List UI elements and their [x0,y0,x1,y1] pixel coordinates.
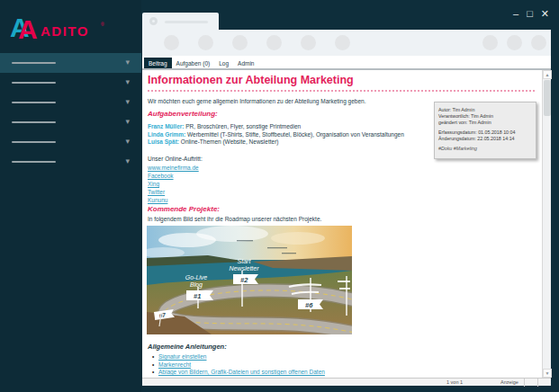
projekte-text: In folgendem Bild seht ihr die Roadmap u… [148,216,321,222]
list-item: Signatur einstellen [151,353,325,361]
record-tab[interactable] [142,13,219,30]
sign2-label-line1: Start [238,258,252,264]
adito-logo-icon: A A ADITO ® [10,12,109,44]
guide-links: Signatur einstellen Markenrecht Ablage v… [151,353,325,377]
toolbar-button-7[interactable] [482,35,498,50]
redacted-label-bar [12,102,56,103]
scrollbar-thumb[interactable] [544,80,551,116]
redacted-label-bar [12,161,56,163]
tab-strip: Beitrag Aufgaben (0) Log Admin [142,56,551,70]
person-name: Franz Müller: [148,123,184,129]
record-pager: 1 von 1 [446,379,463,385]
person-tasks: Online-Themen (Website, Newsletter) [179,138,278,145]
redacted-title-bar [165,21,208,23]
minimize-button[interactable]: – [513,7,518,20]
status-bar: 1 von 1 Anzeige [142,378,551,386]
title-separator [148,90,535,92]
sign1-label-line2: Blog [190,281,203,289]
redacted-label-bar [12,141,56,143]
tab-log[interactable]: Log [214,58,233,68]
chevron-down-icon: ▾ [125,115,130,128]
sign1-label-line1: Go-Live [185,274,208,281]
online-links: www.meinefirma.de Facebook Xing Twitter … [148,164,199,204]
chevron-down-icon: ▾ [125,56,130,68]
scroll-down-icon[interactable]: ▼ [543,369,552,378]
created-line: Erfassungsdatum: 01.05.2018 10:04 [438,129,532,136]
scrollbar[interactable]: ▲ ▼ [542,70,551,378]
person-name: Luisa Spät: [148,138,179,145]
link-website[interactable]: www.meinefirma.de [148,165,199,171]
link-facebook[interactable]: Facebook [148,173,174,179]
scroll-up-icon[interactable]: ▲ [543,70,552,79]
window-controls: – □ ✕ [513,7,549,20]
toolbar-button-3[interactable] [232,35,248,50]
sign2-number: #2 [240,276,248,284]
chevron-down-icon: ▾ [125,76,130,88]
svg-text:®: ® [101,22,104,27]
svg-text:ADITO: ADITO [41,23,89,39]
person-name: Linda Grimm: [148,131,185,138]
close-button[interactable]: ✕ [541,7,549,20]
person-tasks: PR, Broschüren, Flyer, sonstige Printmed… [184,123,301,129]
list-item: Markenrecht [151,361,325,370]
author-line: Autor: Tim Admin [438,107,532,113]
meta-infobox: Autor: Tim Admin Verantwortlich: Tim Adm… [434,102,536,159]
sign2-label-line2: Newsletter [229,265,259,272]
changedby-line: geändert von: Tim Admin [438,120,532,126]
sidebar-item-1[interactable]: ▾ [0,53,141,73]
link-signatur[interactable]: Signatur einstellen [158,353,206,360]
toolbar-button-4[interactable] [266,35,282,50]
svg-text:A: A [18,14,38,44]
tab-admin[interactable]: Admin [233,58,258,68]
app-window: A A ADITO ® ▾ ▾ ▾ ▾ ▾ [0,0,559,392]
tab-beitrag[interactable]: Beitrag [144,58,172,68]
page-title: Informationen zur Abteilung Marketing [148,74,354,86]
intro-text: Wir möchten euch gerne allgemein Informa… [148,98,365,104]
sidebar-item-5[interactable]: ▾ [0,132,141,152]
sign7-number: #7 [158,312,167,319]
toolbar-button-6[interactable] [335,35,350,50]
sidebar: A A ADITO ® ▾ ▾ ▾ ▾ ▾ [0,0,141,392]
sign1-number: #1 [194,292,201,300]
sidebar-item-3[interactable]: ▾ [0,93,141,112]
roadmap-image: Go-Live Blog #1 Start Newsletter #2 #6 #… [147,226,352,334]
task-entry: Linda Grimm: Werbemittel (T-Shirts, Stif… [148,131,404,139]
link-twitter[interactable]: Twitter [148,189,165,195]
statusbar-cell [524,379,537,387]
task-entry: Franz Müller: PR, Broschüren, Flyer, son… [148,123,404,131]
maximize-button[interactable]: □ [527,7,533,20]
chevron-down-icon: ▾ [125,135,130,147]
redacted-label-bar [12,62,56,64]
sign3-number: #6 [305,301,313,309]
section-heading-anleitungen: Allgemeine Anleitungen: [148,343,227,351]
responsible-line: Verantwortlich: Tim Admin [438,113,532,120]
task-entry: Luisa Spät: Online-Themen (Website, News… [148,138,404,147]
person-tasks: Werbemittel (T-Shirts, Stifte, Stoffbeut… [185,131,404,138]
section-heading-projekte: Kommende Projekte: [148,205,220,213]
link-xing[interactable]: Xing [148,181,159,187]
redacted-label-bar [12,82,56,84]
toolbar-button-5[interactable] [301,35,316,50]
sidebar-nav: ▾ ▾ ▾ ▾ ▾ ▾ [0,53,141,172]
link-kununu[interactable]: Kununu [148,197,167,203]
toolbar-button-8[interactable] [507,35,522,50]
statusbar-cell [537,379,551,387]
toolbar-button-1[interactable] [164,35,179,50]
task-list: Franz Müller: PR, Broschüren, Flyer, son… [148,123,404,147]
online-label: Unser Online-Auftritt: [148,156,203,162]
toolbar-button-2[interactable] [198,35,213,50]
chevron-down-icon: ▾ [125,155,130,167]
view-label: Anzeige [500,379,518,385]
link-ablage[interactable]: Ablage von Bildern, Grafik-Dateien und s… [158,369,325,375]
toolbar-button-9[interactable] [531,35,546,50]
toolbar [142,30,551,56]
section-heading-aufgaben: Aufgabenverteilung: [148,110,218,118]
list-item: Ablage von Bildern, Grafik-Dateien und s… [151,369,325,377]
link-markenrecht[interactable]: Markenrecht [158,361,191,368]
record-status-icon [149,17,158,25]
tab-aufgaben[interactable]: Aufgaben (0) [172,58,215,68]
chevron-down-icon: ▾ [125,95,130,108]
sidebar-item-6[interactable]: ▾ [0,152,141,172]
sidebar-item-2[interactable]: ▾ [0,73,141,93]
sidebar-item-4[interactable]: ▾ [0,112,141,132]
